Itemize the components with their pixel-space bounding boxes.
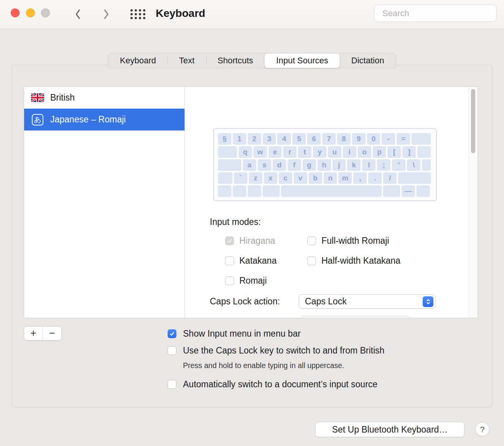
close-button[interactable] <box>11 8 20 17</box>
keyboard-key: q <box>239 146 252 158</box>
checkbox-box <box>168 329 176 338</box>
keyboard-key: w <box>254 146 267 158</box>
minimize-button[interactable] <box>26 8 35 17</box>
search-field[interactable] <box>374 5 497 22</box>
tab-shortcuts[interactable]: Shortcuts <box>206 53 265 68</box>
keyboard-key: k <box>347 159 361 171</box>
keyboard-key: . <box>368 172 382 184</box>
list-edit-buttons: + − <box>24 326 62 340</box>
forward-button[interactable] <box>100 6 113 22</box>
show-all-grid-icon[interactable] <box>130 9 145 19</box>
checkbox-label: Automatically switch to a document’s inp… <box>183 379 377 390</box>
keyboard-rows: §1234567890-=qwertyuiop[]asdfghjkl;'\`zx… <box>218 133 432 197</box>
british-flag-icon <box>31 93 44 102</box>
checkbox-label: Full-width Romaji <box>321 236 389 246</box>
source-detail-pane: §1234567890-=qwertyuiop[]asdfghjkl;'\`zx… <box>185 87 469 318</box>
keyboard-key: ; <box>377 159 390 171</box>
checkbox-box <box>225 236 234 245</box>
checkbox-half-width-katakana[interactable]: Half-width Katakana <box>307 255 400 266</box>
keyboard-key <box>248 185 261 197</box>
checkbox-label: Show Input menu in menu bar <box>183 329 301 339</box>
keyboard-key: m <box>338 172 352 184</box>
keyboard-key: t <box>298 146 311 158</box>
source-row-japanese-romaji[interactable]: あ Japanese – Romaji <box>24 109 184 130</box>
tab-keyboard[interactable]: Keyboard <box>109 53 168 68</box>
keyboard-key <box>218 185 231 197</box>
keyboard-key: ] <box>402 146 416 158</box>
keyboard-key: = <box>397 133 410 145</box>
zoom-button[interactable] <box>41 8 50 17</box>
keyboard-key: 8 <box>337 133 351 145</box>
keyboard-key: 7 <box>322 133 336 145</box>
remove-input-source-button[interactable]: − <box>43 327 61 340</box>
chevron-right-icon <box>102 8 110 20</box>
keyboard-key: y <box>313 146 326 158</box>
setup-bluetooth-keyboard-button[interactable]: Set Up Bluetooth Keyboard… <box>315 422 464 437</box>
checkbox-full-width-romaji[interactable]: Full-width Romaji <box>307 235 389 246</box>
keyboard-key: j <box>333 159 346 171</box>
page-title: Keyboard <box>156 7 205 20</box>
checkbox-box <box>225 276 234 285</box>
checkbox-romaji[interactable]: Romaji <box>225 275 267 286</box>
checkbox-box <box>307 256 316 265</box>
source-row-british[interactable]: British <box>24 87 184 109</box>
keyboard-key <box>417 185 430 197</box>
keyboard-key: , <box>353 172 367 184</box>
keyboard-key: 1 <box>233 133 246 145</box>
tab-text[interactable]: Text <box>168 53 206 68</box>
tab-dictation[interactable]: Dictation <box>340 53 396 68</box>
back-button[interactable] <box>71 6 84 22</box>
keyboard-key: 0 <box>367 133 380 145</box>
keyboard-key: / <box>383 172 397 184</box>
keyboard-key <box>233 185 246 197</box>
keyboard-key: 5 <box>292 133 306 145</box>
keyboard-key <box>412 133 431 145</box>
keyboard-key: h <box>318 159 331 171</box>
checkbox-box <box>168 380 176 389</box>
keyboard-key: 4 <box>277 133 291 145</box>
keyboard-key <box>218 172 232 184</box>
scrollbar-thumb[interactable] <box>471 89 475 153</box>
keyboard-key: b <box>309 172 322 184</box>
checkbox-show-input-menu[interactable]: Show Input menu in menu bar <box>168 329 301 339</box>
scrollbar-track[interactable] <box>469 87 478 318</box>
keyboard-key <box>281 185 382 197</box>
chevron-left-icon <box>74 8 82 20</box>
add-input-source-button[interactable]: + <box>24 327 43 340</box>
checkbox-hiragana[interactable]: Hiragana <box>225 235 275 246</box>
keyboard-preferences-window: Keyboard Keyboard Text Shortcuts Input S… <box>0 0 504 446</box>
checkbox-box <box>307 236 316 245</box>
input-sources-panel: British あ Japanese – Romaji §1234567890-… <box>12 65 492 408</box>
keyboard-key: v <box>294 172 307 184</box>
caps-lock-action-label: Caps Lock action: <box>210 294 280 309</box>
keyboard-key: u <box>328 146 341 158</box>
checkbox-label: Katakana <box>239 256 277 266</box>
checkbox-label: Hiragana <box>239 236 275 246</box>
checkbox-box <box>225 256 234 265</box>
keyboard-key: p <box>373 146 386 158</box>
caps-lock-action-popup[interactable]: Caps Lock <box>299 294 435 309</box>
sources-box: British あ Japanese – Romaji §1234567890-… <box>24 86 478 318</box>
keyboard-key: \ <box>407 159 420 171</box>
checkbox-auto-switch-document[interactable]: Automatically switch to a document’s inp… <box>168 380 377 389</box>
keyboard-key: g <box>303 159 316 171</box>
checkbox-label: Half-width Katakana <box>321 256 400 266</box>
keyboard-key: s <box>258 159 271 171</box>
keyboard-key: o <box>358 146 371 158</box>
tab-input-sources[interactable]: Input Sources <box>265 53 340 68</box>
keyboard-key: ' <box>392 159 405 171</box>
keyboard-key: [ <box>387 146 401 158</box>
caps-lock-switch-subtext: Press and hold to enable typing in all u… <box>183 361 344 370</box>
checkbox-caps-lock-switch[interactable]: Use the Caps Lock key to switch to and f… <box>168 346 384 355</box>
keyboard-key <box>417 146 431 158</box>
source-label: Japanese – Romaji <box>50 114 126 125</box>
popup-selected-value: Caps Lock <box>299 296 435 307</box>
input-modes-label: Input modes: <box>210 216 261 228</box>
checkbox-label: Use the Caps Lock key to switch to and f… <box>183 345 384 356</box>
keyboard-key: d <box>273 159 286 171</box>
help-button[interactable]: ? <box>475 422 489 436</box>
checkbox-katakana[interactable]: Katakana <box>225 255 277 266</box>
search-input[interactable] <box>382 8 493 18</box>
preferences-tab-bar: Keyboard Text Shortcuts Input Sources Di… <box>108 53 396 68</box>
keyboard-key: § <box>218 133 231 145</box>
